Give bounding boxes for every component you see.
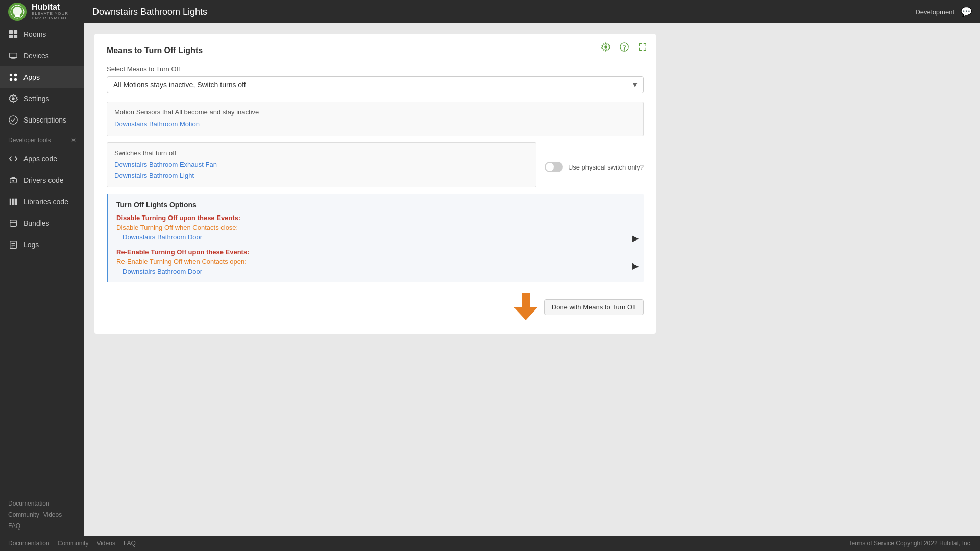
svg-point-14 — [12, 97, 14, 100]
header-right: Development 💬 — [915, 6, 972, 17]
svg-point-29 — [624, 50, 624, 50]
sidebar-footer: Documentation Community Videos FAQ — [0, 494, 84, 536]
bundle-icon — [8, 218, 18, 228]
down-arrow-icon — [513, 293, 538, 322]
select-means-input[interactable]: All Motions stays inactive, Switch turns… — [107, 76, 644, 93]
page-title: Downstairs Bathroom Lights — [92, 7, 915, 17]
sidebar-settings-label: Settings — [23, 94, 50, 103]
svg-rect-20 — [15, 199, 17, 205]
svg-rect-2 — [16, 16, 19, 17]
footer-links: Documentation Community Videos FAQ — [8, 540, 136, 547]
dev-tools-label: Developer tools — [8, 137, 51, 144]
footer-copyright: Terms of Service Copyright 2022 Hubitat,… — [849, 540, 972, 547]
done-button[interactable]: Done with Means to Turn Off — [544, 299, 644, 315]
top-header: Hubitat ELEVATE YOUR ENVIRONMENT Downsta… — [0, 0, 980, 23]
sidebar-logs-label: Logs — [23, 241, 39, 249]
log-icon — [8, 239, 18, 250]
logo-text: Hubitat ELEVATE YOUR ENVIRONMENT — [32, 3, 92, 20]
page-footer: Documentation Community Videos FAQ Terms… — [0, 536, 980, 551]
svg-point-13 — [14, 78, 17, 81]
svg-rect-6 — [14, 35, 17, 38]
turn-off-options-title: Turn Off Lights Options — [116, 201, 635, 209]
svg-point-17 — [12, 180, 14, 182]
grid-icon — [8, 29, 18, 39]
sidebar: Rooms Devices Apps Settings — [0, 23, 84, 536]
devices-icon — [8, 51, 18, 61]
sidebar-rooms-label: Rooms — [23, 30, 46, 38]
help-btn[interactable] — [617, 40, 631, 54]
svg-marker-31 — [513, 307, 538, 320]
disable-contacts-label: Disable Turning Off when Contacts close: — [116, 224, 635, 231]
sidebar-item-subscriptions[interactable]: Subscriptions — [0, 109, 84, 131]
switch-link-2[interactable]: Downstairs Bathroom Light — [114, 171, 529, 181]
svg-rect-8 — [12, 58, 14, 59]
card-toolbar — [599, 40, 650, 54]
sidebar-item-apps[interactable]: Apps — [0, 66, 84, 88]
motion-sensor-link[interactable]: Downstairs Bathroom Motion — [114, 119, 636, 130]
footer-faq-link[interactable]: FAQ — [8, 522, 20, 530]
apps-icon — [8, 72, 18, 82]
re-enable-label: Re-Enable Turning Off upon these Events: — [116, 248, 635, 256]
sidebar-item-apps-code[interactable]: Apps code — [0, 148, 84, 170]
sidebar-item-drivers-code[interactable]: Drivers code — [0, 170, 84, 191]
sidebar-item-rooms[interactable]: Rooms — [0, 23, 84, 45]
sidebar-item-libraries-code[interactable]: Libraries code — [0, 191, 84, 212]
svg-rect-30 — [522, 293, 530, 308]
sidebar-apps-code-label: Apps code — [23, 155, 57, 163]
footer-videos-link[interactable]: Videos — [43, 511, 62, 518]
motion-sensors-label: Motion Sensors that All become and stay … — [114, 108, 636, 116]
brand-name: Hubitat — [32, 3, 92, 12]
re-enable-section: Re-Enable Turning Off upon these Events:… — [116, 248, 635, 275]
logo-icon — [8, 3, 27, 21]
footer-videos[interactable]: Videos — [96, 540, 115, 547]
svg-rect-19 — [12, 199, 14, 205]
library-icon — [8, 197, 18, 207]
footer-faq[interactable]: FAQ — [124, 540, 136, 547]
svg-rect-7 — [10, 53, 17, 58]
svg-rect-3 — [9, 30, 13, 34]
svg-rect-1 — [15, 15, 19, 16]
disable-contacts-link[interactable]: Downstairs Bathroom Door — [116, 233, 635, 241]
switches-box: Switches that turn off Downstairs Bathro… — [107, 142, 536, 188]
tagline: ELEVATE YOUR ENVIRONMENT — [32, 12, 92, 21]
switches-label: Switches that turn off — [114, 149, 529, 157]
svg-rect-18 — [10, 199, 11, 205]
main-layout: Rooms Devices Apps Settings — [0, 23, 980, 536]
svg-point-12 — [10, 78, 12, 81]
collapse-icon[interactable]: ✕ — [71, 137, 76, 144]
developer-tools-header: Developer tools ✕ — [0, 133, 84, 148]
sidebar-item-devices[interactable]: Devices — [0, 45, 84, 66]
footer-community-link[interactable]: Community — [8, 511, 39, 518]
svg-point-11 — [14, 74, 17, 76]
select-means-wrapper: All Motions stays inactive, Switch turns… — [107, 76, 644, 93]
switch-link-1[interactable]: Downstairs Bathroom Exhaust Fan — [114, 160, 529, 171]
sidebar-item-logs[interactable]: Logs — [0, 234, 84, 255]
sidebar-bundles-label: Bundles — [23, 219, 50, 227]
expand-arrow-icon-2[interactable]: ▶ — [632, 261, 639, 271]
motion-sensors-box: Motion Sensors that All become and stay … — [107, 102, 644, 136]
physical-switch-toggle[interactable] — [545, 162, 563, 172]
sidebar-devices-label: Devices — [23, 52, 49, 60]
sidebar-item-settings[interactable]: Settings — [0, 88, 84, 109]
settings-btn[interactable] — [599, 40, 613, 54]
footer-documentation[interactable]: Documentation — [8, 540, 50, 547]
svg-rect-4 — [14, 30, 17, 34]
svg-rect-21 — [10, 220, 17, 227]
sidebar-subscriptions-label: Subscriptions — [23, 116, 66, 124]
svg-point-10 — [10, 74, 12, 76]
footer-doc-link[interactable]: Documentation — [8, 500, 50, 507]
sidebar-drivers-code-label: Drivers code — [23, 176, 64, 184]
driver-icon — [8, 175, 18, 185]
re-enable-contacts-link[interactable]: Downstairs Bathroom Door — [116, 268, 635, 275]
re-enable-contacts-label: Re-Enable Turning Off when Contacts open… — [116, 258, 635, 266]
logo-area: Hubitat ELEVATE YOUR ENVIRONMENT — [8, 3, 92, 21]
sidebar-item-bundles[interactable]: Bundles — [0, 212, 84, 234]
svg-point-27 — [604, 45, 607, 48]
notification-icon[interactable]: 💬 — [961, 6, 972, 17]
content-card: Means to Turn Off Lights Select Means to… — [94, 34, 656, 334]
footer-community[interactable]: Community — [58, 540, 89, 547]
svg-rect-9 — [11, 58, 16, 59]
expand-btn[interactable] — [635, 40, 650, 54]
select-means-label: Select Means to Turn Off — [107, 65, 644, 73]
expand-arrow-icon[interactable]: ▶ — [632, 233, 639, 243]
